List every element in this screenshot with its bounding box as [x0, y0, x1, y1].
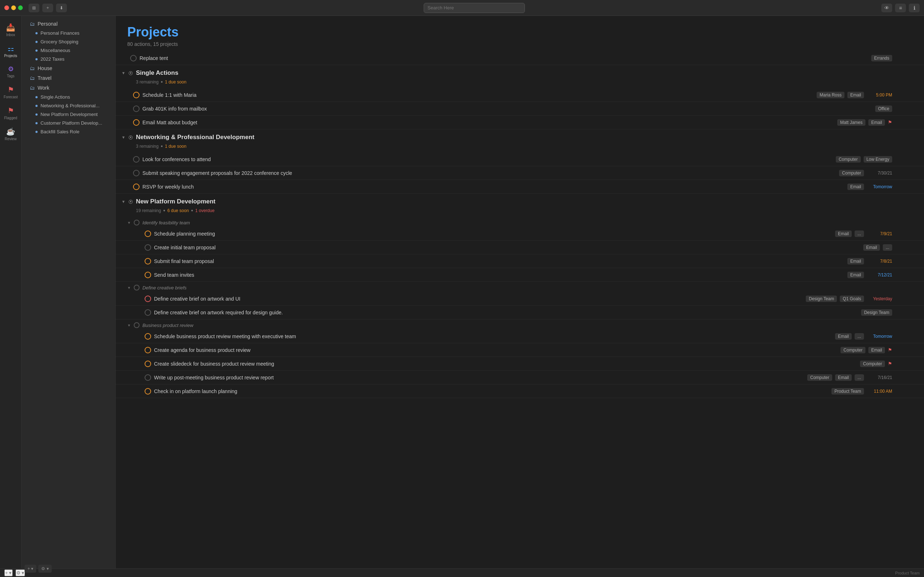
tag-badge[interactable]: Matt James [837, 119, 866, 126]
settings-button[interactable]: ⚙ ▾ [38, 565, 51, 568]
note-button[interactable]: ≡ [895, 230, 903, 238]
nav-item-networking[interactable]: Networking & Professional... [24, 102, 113, 110]
nav-item-miscellaneous[interactable]: Miscellaneous [24, 46, 113, 55]
action-checkbox[interactable] [133, 92, 139, 98]
sidebar-item-flagged[interactable]: ⚑ Flagged [2, 103, 20, 123]
tag-badge[interactable]: Email [835, 333, 852, 340]
flag-button[interactable]: ⚑ [905, 105, 913, 113]
flag-button[interactable]: ⚑ [905, 332, 913, 340]
flag-button[interactable]: ⚑ [905, 387, 913, 395]
action-checkbox[interactable] [145, 388, 151, 395]
close-button[interactable] [4, 5, 9, 10]
action-checkbox[interactable] [134, 220, 139, 226]
flag-button[interactable]: ⚑ [905, 54, 913, 62]
tag-badge[interactable]: Errands [871, 55, 892, 61]
tag-badge[interactable]: ... [855, 230, 864, 237]
tag-badge[interactable]: Product Team [832, 388, 864, 395]
note-button[interactable]: ≡ [895, 169, 903, 177]
tag-badge[interactable]: Computer [839, 170, 864, 176]
tag-badge[interactable]: ... [855, 333, 864, 340]
action-checkbox[interactable] [145, 361, 151, 367]
tag-badge[interactable]: Email [868, 119, 885, 126]
action-checkbox[interactable] [145, 272, 151, 278]
tag-badge[interactable]: Design Team [806, 295, 837, 302]
nav-item-single-actions[interactable]: Single Actions [24, 93, 113, 101]
flag-button[interactable]: ⚑ [905, 360, 913, 368]
flag-button[interactable]: ⚑ [905, 309, 913, 316]
tag-badge[interactable]: Email [863, 244, 880, 251]
add-project-button[interactable]: + ▾ [24, 565, 36, 568]
sub-section-header-business-review[interactable]: ▼ Business product review [116, 319, 924, 329]
tag-badge[interactable]: Email [847, 184, 864, 190]
tag-badge[interactable]: Email [847, 258, 864, 264]
note-button[interactable]: ≡ [895, 155, 903, 163]
action-checkbox[interactable] [133, 184, 139, 190]
note-button[interactable]: ≡ [895, 309, 903, 316]
flag-button[interactable]: ⚑ [905, 91, 913, 99]
section-header-single-actions[interactable]: ▼ ⦿ Single Actions [116, 65, 924, 78]
tag-badge[interactable]: Email [847, 272, 864, 278]
nav-item-personal-finances[interactable]: Personal Finances [24, 29, 113, 37]
flag-button[interactable]: ⚑ [905, 257, 913, 265]
flag-button[interactable]: ⚑ [905, 119, 913, 126]
nav-item-2022-taxes[interactable]: 2022 Taxes [24, 55, 113, 63]
action-checkbox[interactable] [145, 374, 151, 381]
tag-badge[interactable]: Computer [840, 347, 866, 353]
flag-button[interactable]: ⚑ [905, 374, 913, 382]
tag-badge[interactable]: Email [868, 347, 885, 353]
action-checkbox[interactable] [133, 119, 139, 126]
nav-item-customer-platform[interactable]: Customer Platform Develop... [24, 119, 113, 127]
action-checkbox[interactable] [145, 309, 151, 316]
note-button[interactable]: ≡ [895, 271, 903, 279]
nav-item-personal[interactable]: 🗂 Personal [24, 19, 113, 29]
flag-button[interactable]: ⚑ [905, 243, 913, 251]
sidebar-item-forecast[interactable]: ⚑ Forecast [2, 82, 20, 102]
action-checkbox[interactable] [133, 156, 139, 163]
sub-section-header-creative-briefs[interactable]: ▼ Define creative briefs [116, 282, 924, 292]
action-checkbox[interactable] [145, 333, 151, 340]
flag-button[interactable]: ⚑ [905, 295, 913, 303]
nav-item-house[interactable]: 🗂 House [24, 64, 113, 73]
note-button[interactable]: ≡ [895, 105, 903, 113]
note-button[interactable]: ≡ [895, 257, 903, 265]
tag-badge[interactable]: Computer [807, 374, 832, 381]
sidebar-item-projects[interactable]: ⚏ Projects [2, 41, 20, 61]
note-button[interactable]: ≡ [895, 387, 903, 395]
tag-badge[interactable]: Email [835, 230, 852, 237]
flag-button[interactable]: ⚑ [905, 346, 913, 354]
flag-button[interactable]: ⚑ [905, 183, 913, 191]
note-button[interactable]: ≡ [895, 91, 903, 99]
nav-item-work[interactable]: 🗂 Work [24, 83, 113, 92]
info-button[interactable]: ℹ [909, 3, 920, 12]
tag-badge[interactable]: Email [835, 374, 852, 381]
flag-button[interactable]: ⚑ [905, 230, 913, 238]
note-button[interactable]: ≡ [895, 183, 903, 191]
nav-item-grocery-shopping[interactable]: Grocery Shopping [24, 37, 113, 46]
action-checkbox[interactable] [145, 347, 151, 353]
view-button[interactable]: 👁 [881, 3, 892, 12]
tag-badge[interactable]: Maria Ross [817, 92, 845, 98]
note-button[interactable]: ≡ [895, 332, 903, 340]
nav-item-backfill-sales[interactable]: Backfill Sales Role [24, 127, 113, 136]
tag-badge[interactable]: Design Team [861, 309, 892, 316]
note-button[interactable]: ≡ [895, 295, 903, 303]
download-button[interactable]: ⬇ [56, 3, 67, 12]
add-button[interactable]: ＋ [42, 3, 53, 12]
action-checkbox[interactable] [133, 105, 139, 112]
note-button[interactable]: ≡ [895, 346, 903, 354]
action-checkbox[interactable] [134, 322, 139, 328]
action-checkbox[interactable] [145, 244, 151, 251]
action-checkbox[interactable] [145, 295, 151, 302]
sidebar-item-inbox[interactable]: 📥 Inbox [2, 20, 20, 40]
action-checkbox[interactable] [145, 230, 151, 237]
sidebar-item-review[interactable]: ☕ Review [2, 124, 20, 144]
tag-badge[interactable]: Office [875, 105, 892, 112]
note-button[interactable]: ≡ [895, 360, 903, 368]
action-checkbox[interactable] [130, 55, 137, 61]
tag-badge[interactable]: Computer [836, 156, 861, 163]
add-item-button[interactable]: + ▾ [4, 569, 13, 576]
note-button[interactable]: ≡ [895, 243, 903, 251]
search-input[interactable] [424, 3, 525, 13]
sort-button[interactable]: ≡ [895, 3, 906, 12]
tag-badge[interactable]: ... [855, 374, 864, 381]
